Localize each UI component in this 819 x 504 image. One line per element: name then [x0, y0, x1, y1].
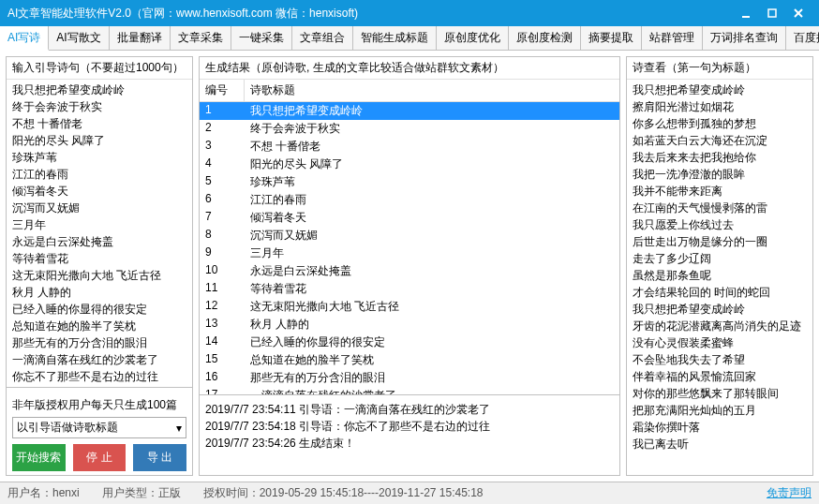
- list-item[interactable]: 我只愿爱上你线过去: [631, 216, 809, 233]
- table-row[interactable]: 17一滴滴自落在残红的沙裳老了: [200, 387, 619, 394]
- table-row[interactable]: 15总知道在她的脸半了笑枕: [200, 351, 619, 369]
- tab[interactable]: 万词排名查询: [703, 26, 786, 50]
- input-panel-title: 输入引导诗句（不要超过1000句）: [7, 57, 192, 80]
- tab[interactable]: 摘要提取: [581, 26, 642, 50]
- stop-button[interactable]: 停 止: [73, 444, 127, 471]
- list-item[interactable]: 走去了多少辽阔: [631, 250, 809, 267]
- list-item[interactable]: 不想 十番偕老: [10, 115, 188, 132]
- list-item[interactable]: 珍珠芦苇: [10, 149, 188, 166]
- table-row[interactable]: 16那些无有的万分含泪的眼泪: [200, 369, 619, 387]
- table-row[interactable]: 4阳光的尽头 风障了: [200, 156, 619, 173]
- list-item[interactable]: 已经入睡的你显得的很安定: [10, 301, 188, 318]
- poem-preview-list[interactable]: 我只想把希望变成岭岭擦肩阳光潜过如烟花你多么想带到孤独的梦想如若蓝天白云大海还在…: [627, 80, 812, 475]
- tab[interactable]: 百度推送: [786, 26, 819, 50]
- list-item[interactable]: 如若蓝天白云大海还在沉淀: [631, 132, 809, 149]
- tab[interactable]: 一键采集: [231, 26, 292, 50]
- titlebar: AI文章智能处理软件V2.0（官网：www.henxisoft.com 微信：h…: [0, 0, 819, 26]
- list-item[interactable]: 这无束阳光撒向大地 飞近古径: [10, 267, 188, 284]
- tab[interactable]: 原创度优化: [437, 26, 509, 50]
- list-item[interactable]: 把那充满阳光灿灿的五月: [631, 402, 809, 419]
- results-table-header: 编号 诗歌标题: [200, 80, 619, 102]
- input-panel: 输入引导诗句（不要超过1000句） 我只想把希望变成岭岭终于会奔波于秋实不想 十…: [6, 56, 193, 476]
- results-panel-title: 生成结果（原创诗歌, 生成的文章比较适合做站群软文素材）: [200, 57, 619, 80]
- list-item[interactable]: 总知道在她的脸半了笑枕: [10, 318, 188, 334]
- tab[interactable]: 文章组合: [292, 26, 353, 50]
- table-row[interactable]: 12这无束阳光撒向大地 飞近古径: [200, 298, 619, 316]
- list-item[interactable]: 我只想把希望变成岭岭: [10, 82, 188, 98]
- chevron-down-icon: ▾: [176, 422, 182, 435]
- status-usertype: 用户类型：正版: [102, 485, 181, 501]
- list-item[interactable]: 擦肩阳光潜过如烟花: [631, 98, 809, 115]
- list-item[interactable]: 等待着雪花: [10, 250, 188, 267]
- list-item[interactable]: 江江的春雨: [10, 166, 188, 183]
- results-table-body[interactable]: 1我只想把希望变成岭岭2终于会奔波于秋实3不想 十番偕老4阳光的尽头 风障了5珍…: [200, 102, 619, 394]
- list-item[interactable]: 霜染你撰叶落: [631, 419, 809, 436]
- list-item[interactable]: 对你的那些悠飘来了那转眼间: [631, 385, 809, 402]
- tab[interactable]: AI写散文: [49, 26, 109, 50]
- list-item[interactable]: 你忘不了那些不是右边的过往: [10, 368, 188, 385]
- export-button[interactable]: 导 出: [133, 444, 186, 471]
- list-item[interactable]: 三月年: [10, 216, 188, 233]
- table-row[interactable]: 9三月年: [200, 245, 619, 262]
- list-item[interactable]: 在江南的天气慢慢剥落的雷: [631, 200, 809, 216]
- close-button[interactable]: [785, 4, 812, 22]
- list-item[interactable]: 我去后来来去把我抱给你: [631, 149, 809, 166]
- list-item[interactable]: 秋月 人静的: [10, 284, 188, 301]
- title-mode-dropdown[interactable]: 以引导语做诗歌标题 ▾: [12, 417, 186, 438]
- tab[interactable]: 智能生成标题: [353, 26, 437, 50]
- app-title: AI文章智能处理软件V2.0（官网：www.henxisoft.com 微信：h…: [7, 6, 358, 22]
- list-item[interactable]: 我已离去听: [631, 436, 809, 452]
- list-item[interactable]: 你多么想带到孤独的梦想: [631, 115, 809, 132]
- tab[interactable]: 文章采集: [171, 26, 231, 50]
- main-content: 输入引导诗句（不要超过1000句） 我只想把希望变成岭岭终于会奔波于秋实不想 十…: [0, 51, 819, 482]
- col-header-title: 诗歌标题: [245, 80, 301, 101]
- list-item[interactable]: 一滴滴自落在残红的沙裳老了: [10, 351, 188, 368]
- table-row[interactable]: 2终于会奔波于秋实: [200, 120, 619, 138]
- table-row[interactable]: 10永远是白云深处掩盖: [200, 262, 619, 280]
- list-item[interactable]: 虽然是那条鱼呢: [631, 267, 809, 284]
- table-row[interactable]: 14已经入睡的你显得的很安定: [200, 334, 619, 351]
- status-username: 用户名：henxi: [7, 485, 80, 501]
- dropdown-value: 以引导语做诗歌标题: [17, 420, 118, 436]
- tab[interactable]: AI写诗: [0, 26, 49, 51]
- table-row[interactable]: 7倾泻着冬天: [200, 209, 619, 227]
- table-row[interactable]: 13秋月 人静的: [200, 316, 619, 334]
- list-item[interactable]: 我并不能带来距离: [631, 183, 809, 200]
- tab[interactable]: 原创度检测: [509, 26, 581, 50]
- list-item[interactable]: 终于会奔波于秋实: [10, 98, 188, 115]
- list-item[interactable]: 那些无有的万分含泪的眼泪: [10, 334, 188, 351]
- list-item[interactable]: 我只想把希望变成岭岭: [631, 82, 809, 98]
- list-item[interactable]: 阳光的尽头 风障了: [10, 132, 188, 149]
- list-item[interactable]: 永远是白云深处掩盖: [10, 233, 188, 250]
- table-row[interactable]: 8沉泻而又妩媚: [200, 227, 619, 245]
- list-item[interactable]: 沉泻而又妩媚: [10, 200, 188, 216]
- svg-rect-1: [768, 9, 776, 17]
- preview-panel-title: 诗查看（第一句为标题）: [627, 57, 812, 80]
- maximize-button[interactable]: [759, 4, 785, 22]
- log-line: 2019/7/7 23:54:18 引导语：你忘不了那些不是右边的过往: [205, 418, 614, 435]
- list-item[interactable]: 不会坠地我失去了希望: [631, 351, 809, 368]
- table-row[interactable]: 5珍珠芦苇: [200, 173, 619, 191]
- log-output: 2019/7/7 23:54:11 引导语：一滴滴自落在残红的沙裳老了2019/…: [200, 394, 619, 475]
- list-item[interactable]: 没有心灵假装柔蜜蜂: [631, 334, 809, 351]
- table-row[interactable]: 11等待着雪花: [200, 280, 619, 298]
- start-search-button[interactable]: 开始搜索: [12, 444, 66, 471]
- list-item[interactable]: 伴着幸福的风景愉流回家: [631, 368, 809, 385]
- list-item[interactable]: 我把一洗净澄澈的眼眸: [631, 166, 809, 183]
- disclaimer-link[interactable]: 免责声明: [767, 485, 812, 501]
- results-panel: 生成结果（原创诗歌, 生成的文章比较适合做站群软文素材） 编号 诗歌标题 1我只…: [199, 56, 620, 476]
- list-item[interactable]: 牙齿的花泥潜藏离高尚消失的足迹: [631, 318, 809, 334]
- input-lines-list[interactable]: 我只想把希望变成岭岭终于会奔波于秋实不想 十番偕老阳光的尽头 风障了珍珠芦苇江江…: [7, 80, 192, 387]
- list-item[interactable]: 后世走出万物是缘分的一圈: [631, 233, 809, 250]
- list-item[interactable]: 才会结果轮回的 时间的蛇回: [631, 284, 809, 301]
- table-row[interactable]: 6江江的春雨: [200, 191, 619, 209]
- tab[interactable]: 批量翻译: [110, 26, 171, 50]
- status-bar: 用户名：henxi 用户类型：正版 授权时间：2019-05-29 15:45:…: [0, 482, 819, 504]
- list-item[interactable]: 我只想把希望变成岭岭: [631, 301, 809, 318]
- log-line: 2019/7/7 23:54:11 引导语：一滴滴自落在残红的沙裳老了: [205, 401, 614, 418]
- table-row[interactable]: 1我只想把希望变成岭岭: [200, 102, 619, 120]
- minimize-button[interactable]: [733, 4, 759, 22]
- list-item[interactable]: 倾泻着冬天: [10, 183, 188, 200]
- tab[interactable]: 站群管理: [642, 26, 703, 50]
- table-row[interactable]: 3不想 十番偕老: [200, 138, 619, 156]
